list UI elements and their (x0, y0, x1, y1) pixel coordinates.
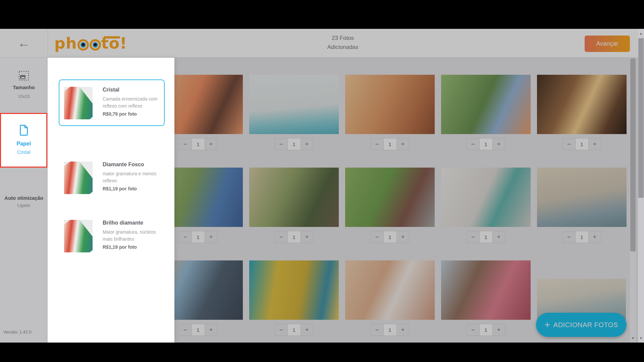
paper-option-price: R$1,19 por foto (103, 244, 159, 250)
window-scrollbar-thumb[interactable] (638, 38, 644, 198)
paper-option-title: Cristal (103, 87, 159, 93)
paper-doc-icon (19, 124, 29, 136)
paper-option-cristal[interactable]: Cristal Camada envernizada com reflexo c… (59, 79, 165, 126)
paper-sample-thumbnail (64, 162, 93, 194)
paper-sample-thumbnail (64, 87, 93, 119)
window-scroll-up-icon[interactable]: ▲ (638, 29, 644, 38)
sidebar-item-papel-label: Papel (1, 141, 46, 147)
sidebar-item-papel-value: Cristal (1, 149, 46, 155)
paper-option-title: Diamante Fosco (103, 162, 159, 168)
paper-option-price: R$0,79 por foto (103, 111, 159, 117)
paper-options-panel: Cristal Camada envernizada com reflexo c… (48, 58, 174, 343)
window-scroll-down-icon[interactable]: ▼ (638, 334, 644, 343)
paper-option-desc: maior gramatura e menos reflexo (103, 170, 159, 184)
paper-option-price: R$1,19 por foto (103, 186, 159, 191)
paper-option-diamante-fosco[interactable]: Diamante Fosco maior gramatura e menos r… (59, 154, 165, 201)
sidebar-item-papel-selected[interactable]: Papel Cristal (0, 113, 47, 168)
paper-option-desc: Camada envernizada com reflexo com refle… (103, 96, 159, 110)
paper-option-brilho-diamante[interactable]: Brilho diamante Maior gramatura, núcleos… (59, 213, 165, 259)
paper-sample-thumbnail (64, 220, 93, 252)
paper-option-desc: Maior gramatura, núcleos mais brilhantes (103, 229, 159, 243)
paper-option-title: Brilho diamante (103, 220, 159, 226)
